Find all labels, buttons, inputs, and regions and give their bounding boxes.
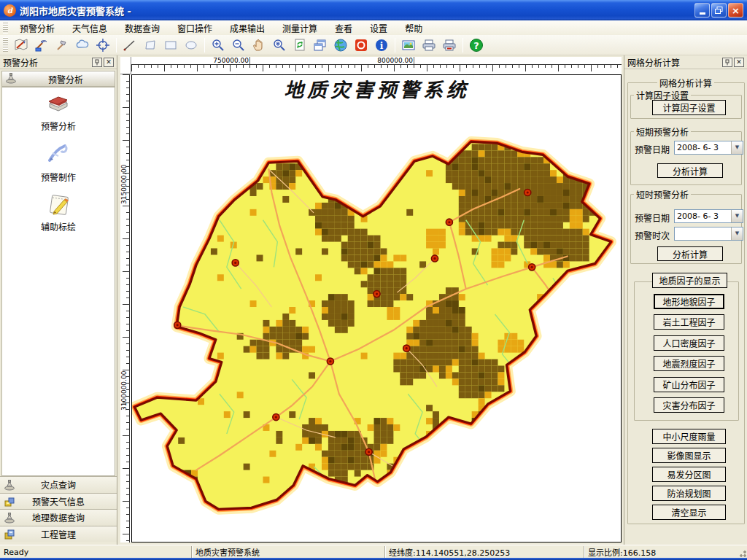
close-icon[interactable]: ✕ — [104, 58, 114, 67]
ruler-x-label: 750000.00 — [212, 57, 250, 64]
short-time-analyze-button[interactable]: 分析计算 — [657, 246, 723, 261]
pen-icon — [45, 141, 71, 166]
pin-icon[interactable] — [722, 58, 732, 67]
refresh-view-icon[interactable] — [291, 36, 309, 54]
close-icon[interactable]: ✕ — [734, 58, 744, 67]
factor-button-4[interactable]: 矿山分布因子 — [654, 377, 724, 392]
info-icon[interactable]: i — [373, 36, 390, 54]
tab-label: 工程管理 — [41, 528, 76, 540]
warning-time-combobox[interactable]: ▼ — [674, 227, 743, 241]
draw-line-icon[interactable] — [121, 36, 139, 54]
draw-ellipse-icon[interactable] — [182, 36, 200, 54]
menu-bar: 预警分析天气信息数据查询窗口操作成果输出测量计算查看设置帮助 — [0, 20, 747, 35]
minimize-button[interactable] — [694, 3, 710, 18]
menu-item-2[interactable]: 数据查询 — [116, 20, 169, 36]
factor-button-0[interactable]: 地形地貌因子 — [654, 294, 724, 309]
toolbar-separator — [395, 38, 395, 52]
factor-button-5[interactable]: 灾害分布因子 — [654, 397, 724, 413]
extra-button-2[interactable]: 易发分区图 — [652, 467, 726, 482]
pin-icon[interactable] — [92, 58, 102, 67]
map-select-icon[interactable] — [12, 36, 30, 54]
tab-geographic-data-query[interactable]: 地理数据查询 — [0, 509, 117, 526]
sidebar-item-warning-production[interactable]: 预警制作 — [2, 141, 115, 183]
hammer-icon[interactable] — [53, 36, 71, 54]
toolbar-separator — [204, 38, 205, 52]
tab-disaster-point-query[interactable]: 灾点查询 — [0, 476, 117, 493]
ruler-y-label: 3150000.00 — [120, 168, 128, 204]
group-legend: 短期预警分析 — [634, 125, 691, 138]
warning-analysis-panel: 预警分析 ✕ 预警分析 预警分析 预警制作 辅助标绘 灾点查询 预警天气信息 — [0, 55, 117, 545]
sidebar-item-warning-analysis[interactable]: 预警分析 — [2, 93, 115, 132]
menu-item-6[interactable]: 查看 — [326, 20, 361, 36]
toolbar-grip[interactable] — [3, 37, 8, 53]
application-window: { "window": { "title": "浏阳市地质灾害预警系统 -" }… — [0, 0, 747, 560]
extra-button-1[interactable]: 影像图显示 — [652, 448, 726, 463]
warning-date-combobox[interactable]: 2008- 6- 3 ▼ — [674, 141, 743, 155]
sidebar-item-auxiliary-plotting[interactable]: 辅助标绘 — [2, 191, 115, 233]
restore-button[interactable] — [711, 3, 727, 18]
chevron-down-icon[interactable]: ▼ — [731, 141, 743, 154]
menu-item-3[interactable]: 窗口操作 — [169, 20, 221, 36]
globe-icon[interactable] — [332, 36, 349, 54]
status-coordinates: 经纬度:114.140551,28.250253 — [389, 546, 510, 558]
zoom-out-icon[interactable] — [230, 36, 247, 54]
pan-hand-icon[interactable] — [250, 36, 268, 54]
zoom-in-icon[interactable] — [209, 36, 227, 54]
menu-item-8[interactable]: 帮助 — [396, 20, 431, 36]
print-icon[interactable] — [420, 36, 438, 54]
title-bar[interactable]: d 浏阳市地质灾害预警系统 - × — [0, 0, 747, 20]
stop-icon[interactable] — [352, 36, 370, 54]
zoom-extent-icon[interactable] — [271, 36, 288, 54]
short-term-analyze-button[interactable]: 分析计算 — [657, 163, 723, 178]
extra-button-0[interactable]: 中小尺度雨量 — [652, 429, 726, 444]
locate-crosshair-icon[interactable] — [94, 36, 112, 54]
factor-button-2[interactable]: 人口密度因子 — [654, 335, 724, 351]
tab-label: 地理数据查询 — [32, 511, 85, 524]
factor-button-1[interactable]: 岩土工程因子 — [654, 314, 724, 330]
chevron-down-icon[interactable]: ▼ — [731, 228, 743, 240]
left-panel-bottom-tabs: 灾点查询 预警天气信息 地理数据查询 工程管理 — [0, 476, 117, 545]
left-panel-header[interactable]: 预警分析 — [1, 71, 115, 87]
extra-button-4[interactable]: 清空显示 — [652, 505, 726, 520]
map-canvas[interactable]: 地质灾害预警系统 — [131, 74, 622, 542]
stamp-icon — [5, 72, 17, 86]
menu-item-7[interactable]: 设置 — [361, 20, 396, 36]
extra-button-3[interactable]: 防治规划图 — [652, 486, 726, 501]
tab-warning-weather-info[interactable]: 预警天气信息 — [0, 493, 117, 510]
menu-item-1[interactable]: 天气信息 — [63, 20, 116, 36]
draw-rectangle-icon[interactable] — [162, 36, 179, 54]
menubar-grip[interactable] — [3, 22, 8, 34]
vertical-ruler: 3150000.00 3100000.00 — [120, 74, 131, 542]
close-button[interactable]: × — [728, 3, 743, 18]
menu-item-4[interactable]: 成果输出 — [221, 20, 274, 36]
print-setup-icon[interactable] — [441, 36, 458, 54]
factor-button-3[interactable]: 地震烈度因子 — [654, 356, 724, 371]
draw-polygon-icon[interactable] — [142, 36, 159, 54]
help-icon[interactable]: ? — [468, 36, 485, 54]
sidebar-item-label: 预警制作 — [2, 171, 115, 183]
factor-setup-button[interactable]: 计算因子设置 — [652, 100, 726, 115]
tab-project-management[interactable]: 工程管理 — [0, 526, 117, 542]
geo-factor-display-button[interactable]: 地质因子的显示 — [652, 273, 727, 288]
menu-item-5[interactable]: 测量计算 — [274, 20, 326, 36]
status-document: 地质灾害预警系统 — [196, 546, 260, 558]
map-image-icon[interactable] — [400, 36, 417, 54]
svg-text:?: ? — [473, 40, 479, 51]
resize-grip[interactable] — [737, 548, 746, 557]
cascade-windows-icon[interactable] — [311, 36, 329, 54]
book-icon — [45, 93, 71, 115]
cloud-icon[interactable] — [74, 36, 91, 54]
window-title: 浏阳市地质灾害预警系统 - — [20, 4, 694, 18]
left-header-label: 预警分析 — [17, 73, 115, 85]
left-panel-titlebar: 预警分析 ✕ — [0, 55, 117, 69]
ruler-y-label: 3100000.00 — [120, 374, 128, 411]
menu-item-0[interactable]: 预警分析 — [11, 20, 63, 36]
chevron-down-icon[interactable]: ▼ — [731, 210, 743, 222]
left-panel-items: 预警分析 预警制作 辅助标绘 — [1, 87, 115, 476]
minimize-icon — [700, 12, 705, 15]
toolbar: i ? — [0, 35, 747, 55]
grid-analysis-panel: 网格分析计算 ✕ 网格分析计算 计算因子设置 计算因子设置 短期预警分析 预警日… — [624, 55, 747, 545]
warning-date-combobox-2[interactable]: 2008- 6- 3 ▼ — [674, 209, 743, 223]
right-panel-titlebar: 网格分析计算 ✕ — [624, 55, 747, 69]
pickaxe-edit-icon[interactable] — [33, 36, 50, 54]
